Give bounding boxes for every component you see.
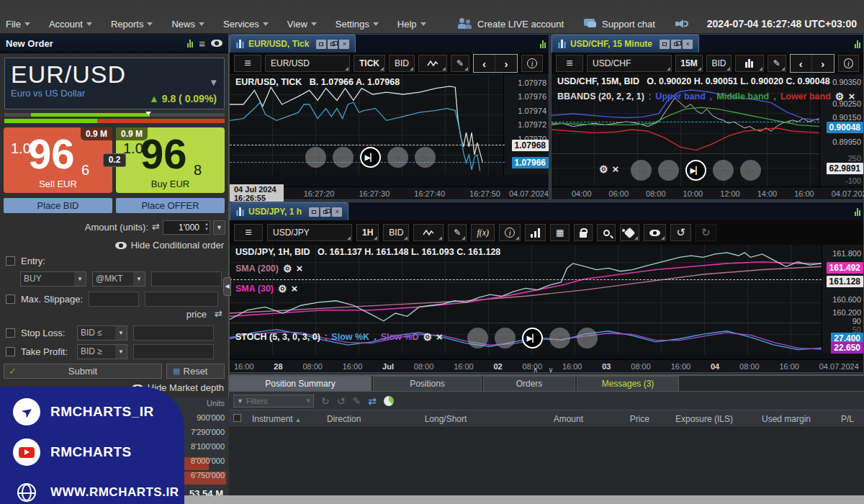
menu-view[interactable]: View — [287, 19, 317, 30]
go-to-latest-button[interactable]: ▶▏ — [360, 147, 381, 168]
chevron-down-icon[interactable]: ▼ — [209, 77, 218, 88]
stop-loss-condition-select[interactable]: BID ≤▼ — [77, 325, 127, 341]
submit-button[interactable]: ✓Submit — [4, 364, 162, 379]
new-chart-icon[interactable] — [540, 40, 546, 48]
filters-input[interactable] — [246, 397, 303, 405]
col-used-margin[interactable]: Used margin — [737, 414, 815, 424]
nav-forward-button[interactable]: ▷ — [740, 160, 761, 181]
select-all-checkbox[interactable] — [233, 414, 241, 422]
filters-box[interactable]: ▼ × — [233, 395, 314, 408]
usdjpy-tab[interactable]: USD/JPY, 1 h × — [230, 202, 348, 220]
panel-menu-icon[interactable]: ≡ — [199, 38, 205, 49]
gear-icon[interactable]: ⚙ — [599, 163, 608, 175]
scroll-right-button[interactable]: › — [812, 55, 834, 72]
menu-services[interactable]: Services — [223, 19, 269, 30]
stop-loss-checkbox[interactable] — [6, 328, 15, 338]
period-dropdown[interactable]: 15M — [675, 55, 703, 72]
undo-button[interactable]: ↺ — [670, 224, 691, 241]
indicators-button[interactable]: f(x) — [471, 224, 495, 241]
zoom-in-button[interactable]: + — [713, 160, 734, 181]
create-live-account-button[interactable]: Create LIVE account — [458, 18, 564, 30]
go-to-latest-button[interactable]: ▶▏ — [685, 160, 706, 181]
place-offer-button[interactable]: Place OFFER — [116, 198, 225, 213]
support-chat-button[interactable]: Support chat — [584, 19, 655, 30]
swap-icon[interactable]: ⇄ — [152, 221, 160, 232]
chart-menu-button[interactable]: ≡ — [234, 55, 261, 72]
restore-button[interactable] — [328, 40, 338, 49]
chart-menu-button[interactable]: ≡ — [234, 224, 263, 241]
entry-price-input[interactable] — [151, 271, 222, 287]
slippage-input-2[interactable] — [145, 292, 218, 307]
gear-icon[interactable]: ⚙ — [835, 91, 845, 102]
col-long-short[interactable]: Long/Short — [389, 414, 503, 424]
instrument-dropdown[interactable]: EUR/USD — [265, 55, 350, 72]
scroll-right-button[interactable]: › — [495, 55, 517, 72]
remove-indicator-icon[interactable]: × — [436, 330, 443, 343]
hide-conditional-toggle[interactable]: Hide Conditional order — [115, 240, 224, 251]
col-direction[interactable]: Direction — [323, 414, 389, 424]
maximize-button[interactable] — [316, 40, 326, 49]
chart-type-dropdown[interactable] — [735, 55, 764, 72]
refresh-icon[interactable]: ↻ — [321, 395, 330, 407]
period-dropdown[interactable]: TICK — [354, 55, 385, 72]
remove-indicator-icon[interactable]: × — [848, 90, 855, 102]
take-profit-input[interactable] — [133, 344, 214, 359]
eurusd-price-axis[interactable]: 1.07978 1.07976 1.07974 1.07972 1.07970 … — [503, 74, 549, 175]
sell-tile[interactable]: 0.9 M 1.07 96 6 Sell EUR — [4, 127, 112, 193]
close-button[interactable]: × — [339, 40, 349, 49]
zoom-in-button[interactable]: + — [387, 147, 408, 168]
go-to-latest-button[interactable]: ▶▏ — [522, 328, 543, 348]
side-dropdown[interactable]: BID — [383, 224, 409, 241]
usdjpy-stoch-pane[interactable]: STOCH (5, 3, 0, 3, 0) : Slow %K, Slow %D… — [230, 323, 822, 354]
info-button[interactable]: i — [499, 224, 521, 241]
slippage-input-1[interactable] — [89, 292, 139, 307]
side-dropdown[interactable]: BID — [706, 55, 732, 72]
zoom-in-button[interactable]: + — [549, 328, 570, 348]
chart-add-icon[interactable] — [187, 39, 193, 48]
close-button[interactable]: × — [683, 40, 693, 49]
eye-icon[interactable] — [211, 40, 222, 47]
menu-news[interactable]: News — [171, 19, 204, 30]
amount-input[interactable] — [163, 220, 210, 235]
summary-chart-icon[interactable] — [384, 396, 394, 406]
draw-tool-button[interactable]: ✎ — [448, 224, 467, 241]
remove-indicator-icon[interactable]: × — [292, 282, 298, 294]
stop-loss-input[interactable] — [133, 325, 214, 341]
buy-tile[interactable]: 0.9 M 1.07 96 8 Buy EUR — [116, 127, 225, 193]
zoom-out-button[interactable]: − — [658, 160, 679, 181]
undo-icon[interactable]: ↺ — [337, 395, 346, 407]
chevron-up-icon[interactable]: ∧ — [533, 366, 538, 374]
usdchf-subpane[interactable]: ⚙ × ◁ − ▶▏ + ▷ — [552, 153, 819, 188]
instrument-dropdown[interactable]: USD/JPY — [267, 224, 352, 241]
new-chart-icon[interactable] — [855, 207, 860, 216]
gear-icon[interactable]: ⚙ — [423, 331, 432, 343]
close-button[interactable]: × — [332, 207, 342, 217]
nav-forward-button[interactable]: ▷ — [577, 328, 598, 348]
restore-button[interactable] — [320, 207, 330, 217]
nav-back-button[interactable]: ◁ — [467, 328, 488, 348]
usdchf-tab[interactable]: USD/CHF, 15 Minute × — [552, 35, 699, 53]
side-dropdown[interactable]: BID — [389, 55, 415, 72]
gear-icon[interactable]: ⚙ — [283, 263, 292, 274]
col-pl[interactable]: P/L — [815, 414, 864, 424]
maximize-button[interactable] — [660, 40, 670, 49]
entry-type-select[interactable]: @MKT▼ — [92, 271, 145, 287]
usdchf-chart-pane[interactable]: USD/CHF, 15M, BID O. 0.90020 H. 0.90051 … — [552, 74, 819, 153]
menu-file[interactable]: File — [6, 19, 30, 30]
chart-type-dropdown[interactable] — [413, 224, 444, 241]
amount-stepper[interactable]: ▲▼ — [204, 222, 209, 231]
youtube-link[interactable]: RMCHARTS — [13, 438, 132, 466]
draw-tool-button[interactable]: ✎ — [451, 55, 469, 72]
info-button[interactable]: i — [838, 55, 859, 72]
col-price[interactable]: Price — [588, 414, 654, 424]
maximize-button[interactable] — [309, 207, 319, 217]
clear-filter-icon[interactable]: × — [306, 397, 310, 405]
chart-menu-button[interactable]: ≡ — [556, 55, 583, 72]
scroll-left-button[interactable]: ‹ — [474, 55, 495, 72]
theme-button[interactable] — [620, 224, 639, 241]
usdjpy-price-axis[interactable]: 161.800 161.492 161.128 160.600 160.200 … — [822, 245, 863, 354]
menu-settings[interactable]: Settings — [336, 19, 379, 30]
col-exposure[interactable]: Exposure (ILS) — [654, 414, 737, 424]
col-instrument[interactable]: Instrument ▲ — [248, 414, 323, 424]
volume-button[interactable] — [525, 224, 546, 241]
